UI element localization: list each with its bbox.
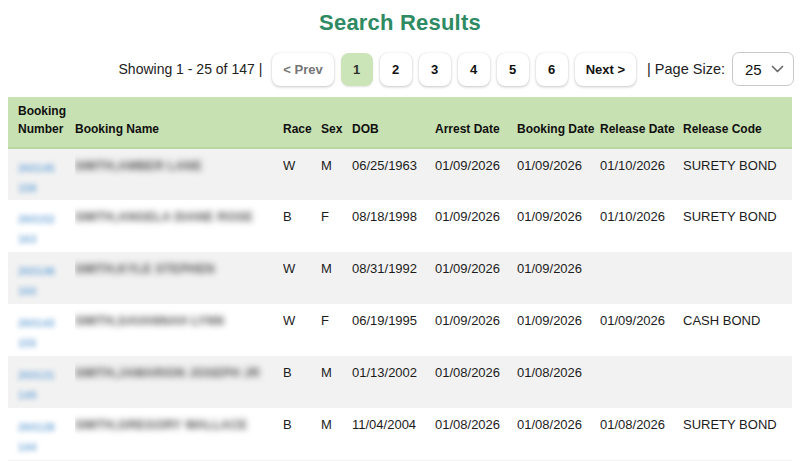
booking-number-link[interactable]: 260152 163 [18, 209, 55, 249]
dob-cell: 08/31/1992 [352, 252, 435, 304]
release-date-cell: 01/09/2026 [600, 304, 683, 356]
showing-count: Showing 1 - 25 of 147 | [119, 61, 263, 77]
release-code-cell: SURETY BOND [683, 148, 792, 200]
booking-number-link[interactable]: 260131 149 [18, 365, 55, 405]
booking-number-line1: 260143 [18, 313, 55, 333]
dob-cell: 06/19/1995 [352, 304, 435, 356]
arrest-date-cell: 01/09/2026 [435, 304, 517, 356]
booking-number-line2: 149 [18, 385, 55, 405]
booking-number-line2: 155 [18, 333, 55, 353]
search-results-page: Search Results Showing 1 - 25 of 147 | <… [0, 0, 800, 461]
sex-cell: F [321, 200, 352, 252]
release-date-cell [600, 356, 683, 408]
column-header-dob: DOB [352, 97, 435, 148]
page-button-3[interactable]: 3 [419, 53, 451, 86]
arrest-date-cell: 01/09/2026 [435, 200, 517, 252]
release-code-cell [683, 356, 792, 408]
results-table: Booking Number Booking Name Race Sex DOB… [8, 97, 792, 460]
booking-date-cell: 01/08/2026 [517, 356, 600, 408]
booking-number-link[interactable]: 260145 158 [18, 158, 55, 198]
booking-number-line1: 260148 [18, 261, 55, 281]
page-button-2[interactable]: 2 [380, 53, 412, 86]
booking-date-cell: 01/09/2026 [517, 304, 600, 356]
page-size-select[interactable]: 25 [732, 52, 794, 86]
arrest-date-cell: 01/08/2026 [435, 408, 517, 460]
booking-number-link[interactable]: 260148 160 [18, 261, 55, 301]
page-button-6[interactable]: 6 [536, 53, 568, 86]
page-size-value: 25 [745, 61, 762, 78]
booking-date-cell: 01/09/2026 [517, 200, 600, 252]
column-header-sex: Sex [321, 97, 352, 148]
arrest-date-cell: 01/09/2026 [435, 148, 517, 200]
column-header-arrest-date: Arrest Date [435, 97, 517, 148]
arrest-date-cell: 01/09/2026 [435, 252, 517, 304]
booking-number-line2: 158 [18, 178, 55, 198]
race-cell: B [283, 200, 321, 252]
column-header-booking-name: Booking Name [75, 97, 283, 148]
table-header-row: Booking Number Booking Name Race Sex DOB… [8, 97, 792, 148]
booking-number-line1: 260152 [18, 209, 55, 229]
release-code-cell: SURETY BOND [683, 200, 792, 252]
column-header-release-date: Release Date [600, 97, 683, 148]
sex-cell: M [321, 148, 352, 200]
next-page-button[interactable]: Next > [575, 53, 636, 86]
release-date-cell [600, 252, 683, 304]
column-header-release-code: Release Code [683, 97, 792, 148]
sex-cell: F [321, 304, 352, 356]
page-button-4[interactable]: 4 [458, 53, 490, 86]
column-header-booking-date: Booking Date [517, 97, 600, 148]
table-row: 260143 155 SMITH,SAVANNAH LYNN W F 06/19… [8, 304, 792, 356]
dob-cell: 01/13/2002 [352, 356, 435, 408]
booking-number-link[interactable]: 260128 144 [18, 417, 55, 457]
release-code-cell: CASH BOND [683, 304, 792, 356]
dob-cell: 08/18/1998 [352, 200, 435, 252]
sex-cell: M [321, 252, 352, 304]
booking-number-line1: 260131 [18, 365, 55, 385]
table-row: 260128 144 SMITH,GREGORY WALLACE B M 11/… [8, 408, 792, 460]
page-size-label: | Page Size: [647, 61, 725, 77]
booking-name: SMITH,KYLE STEPHEN [75, 262, 215, 276]
booking-date-cell: 01/08/2026 [517, 408, 600, 460]
prev-page-button[interactable]: < Prev [272, 53, 333, 86]
dob-cell: 06/25/1963 [352, 148, 435, 200]
dob-cell: 11/04/2004 [352, 408, 435, 460]
booking-number-line1: 260145 [18, 158, 55, 178]
table-row: 260131 149 SMITH,JAMARION JOSEPH JR B M … [8, 356, 792, 408]
race-cell: B [283, 408, 321, 460]
race-cell: W [283, 252, 321, 304]
booking-number-link[interactable]: 260143 155 [18, 313, 55, 353]
race-cell: W [283, 304, 321, 356]
table-row: 260145 158 SMITH,AMBER LANE W M 06/25/19… [8, 148, 792, 200]
booking-name: SMITH,AMBER LANE [75, 159, 202, 173]
race-cell: W [283, 148, 321, 200]
arrest-date-cell: 01/08/2026 [435, 356, 517, 408]
booking-number-line1: 260128 [18, 417, 55, 437]
booking-number-line2: 144 [18, 437, 55, 457]
booking-number-line2: 163 [18, 229, 55, 249]
page-title: Search Results [0, 0, 800, 36]
booking-date-cell: 01/09/2026 [517, 252, 600, 304]
sex-cell: M [321, 356, 352, 408]
release-date-cell: 01/10/2026 [600, 148, 683, 200]
release-date-cell: 01/08/2026 [600, 408, 683, 460]
release-code-cell: SURETY BOND [683, 408, 792, 460]
booking-name: SMITH,JAMARION JOSEPH JR [75, 366, 260, 380]
pagination-bar: Showing 1 - 25 of 147 | < Prev 1 2 3 4 5… [0, 52, 800, 86]
column-header-booking-number: Booking Number [8, 97, 75, 148]
booking-number-line2: 160 [18, 281, 55, 301]
sex-cell: M [321, 408, 352, 460]
column-header-race: Race [283, 97, 321, 148]
booking-name: SMITH,GREGORY WALLACE [75, 418, 247, 432]
release-code-cell [683, 252, 792, 304]
booking-name: SMITH,SAVANNAH LYNN [75, 314, 224, 328]
table-row: 260148 160 SMITH,KYLE STEPHEN W M 08/31/… [8, 252, 792, 304]
booking-name: SMITH,ANGELA DIANE ROSE [75, 210, 253, 224]
booking-date-cell: 01/09/2026 [517, 148, 600, 200]
race-cell: B [283, 356, 321, 408]
page-button-5[interactable]: 5 [497, 53, 529, 86]
table-row: 260152 163 SMITH,ANGELA DIANE ROSE B F 0… [8, 200, 792, 252]
page-button-1[interactable]: 1 [341, 53, 373, 86]
chevron-down-icon [771, 65, 784, 74]
release-date-cell: 01/10/2026 [600, 200, 683, 252]
